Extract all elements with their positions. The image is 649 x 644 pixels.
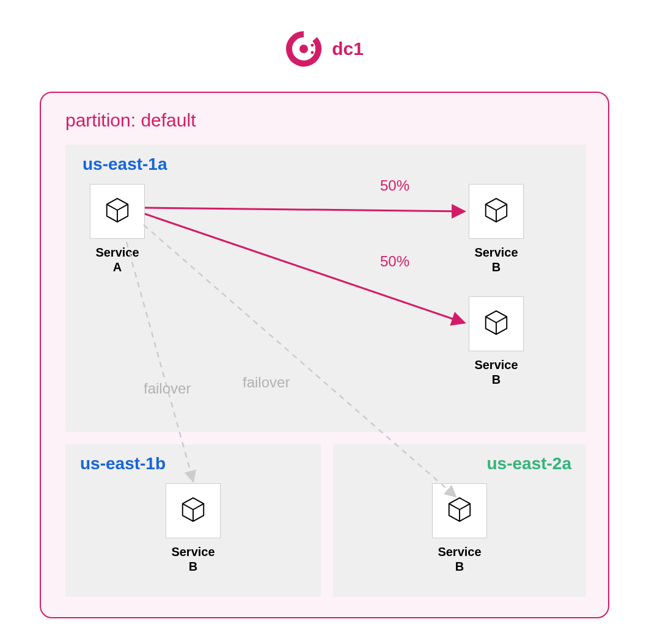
service-b-zone-1b: Service B: [166, 483, 221, 574]
zone-label: us-east-1b: [80, 454, 166, 474]
svg-point-2: [311, 51, 314, 54]
zone-us-east-2a: us-east-2a Service B: [333, 444, 586, 597]
cube-icon: [446, 496, 474, 526]
service-label: Service B: [166, 544, 221, 574]
svg-point-0: [299, 45, 308, 53]
service-box: [432, 483, 487, 538]
service-label: Service B: [432, 544, 487, 574]
zone-label: us-east-1a: [82, 155, 167, 174]
partition-label: partition: default: [65, 110, 196, 131]
service-box: [90, 184, 145, 239]
cube-icon: [103, 196, 131, 227]
svg-point-3: [315, 42, 318, 45]
zone-us-east-1a: us-east-1a Service A: [65, 145, 586, 432]
partition-container: partition: default us-east-1a Service A: [40, 92, 609, 618]
cube-icon: [482, 196, 510, 227]
service-b-instance-1: Service B: [469, 184, 524, 274]
svg-point-4: [316, 48, 319, 51]
zone-label: us-east-2a: [486, 454, 571, 474]
datacenter-header: dc1: [0, 31, 649, 67]
svg-point-1: [311, 44, 314, 47]
consul-logo-icon: [285, 31, 322, 67]
service-b-instance-2: Service B: [469, 296, 524, 387]
service-b-zone-2a: Service B: [432, 483, 487, 574]
service-a: Service A: [90, 184, 145, 274]
zone-us-east-1b: us-east-1b Service B: [65, 444, 321, 597]
service-box: [469, 184, 524, 239]
svg-point-5: [315, 54, 318, 57]
cube-icon: [482, 309, 510, 339]
service-label: Service A: [90, 245, 145, 274]
service-box: [166, 483, 221, 538]
service-label: Service B: [469, 357, 524, 387]
service-box: [469, 296, 524, 351]
datacenter-label: dc1: [332, 38, 364, 59]
cube-icon: [179, 496, 207, 526]
service-label: Service B: [469, 245, 524, 274]
